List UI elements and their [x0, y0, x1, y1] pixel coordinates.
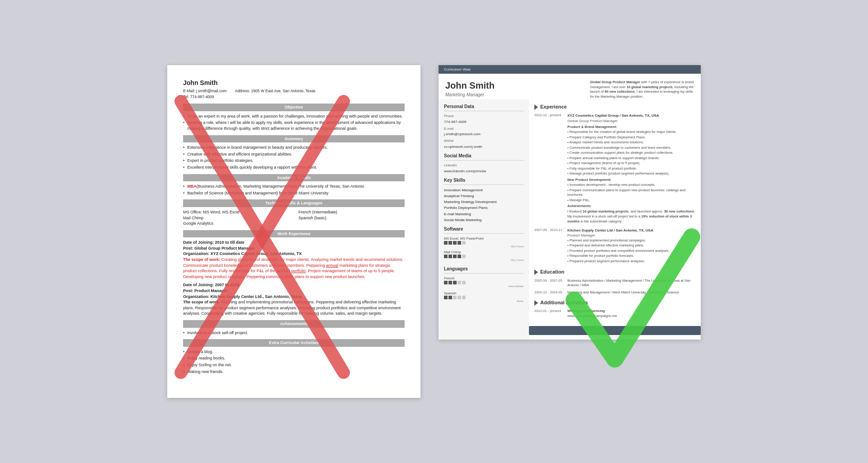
www-label: WWW — [444, 139, 524, 144]
skill-ms-office: MS Office: MS Word, MS Excel — [183, 209, 289, 215]
linkedin-label: LinkedIn — [444, 163, 524, 168]
cv-name-title: John Smith Marketing Manager — [445, 79, 495, 98]
exp-job-2: 2007-09 - 2010-11 Kitchen Supply Center … — [534, 228, 695, 264]
education-arrow-icon — [534, 269, 538, 275]
skill-google-analytics: Google Analytics — [183, 221, 289, 227]
phone-label: Phone — [444, 114, 524, 119]
phone-value: 774-987-4009 — [444, 119, 524, 124]
work-header: Work Experience — [183, 230, 405, 238]
edu-entry-2: 2000-10 - 2004-05 Marketing and Manageme… — [534, 290, 695, 295]
software-item-1: MS Excel, MS PowerPoint Very Good — [444, 236, 524, 249]
summary-header: Summary — [183, 135, 405, 143]
cv-right-col: Experience 2010-12 - present XYZ Cosmeti… — [529, 99, 701, 340]
software-bars-2 — [444, 255, 524, 258]
technical-header: Technical Skills & Languages — [183, 199, 405, 207]
personal-data-title: Personal Data — [444, 104, 524, 111]
skill-item-6: Social Media Marketing — [444, 217, 524, 222]
cv-name-area: John Smith Marketing Manager Global Grou… — [439, 74, 701, 99]
technical-col2: French (intermediate) Spanish (basic) — [298, 209, 405, 227]
resume-left: John Smith E-Mail: j.smith@mail.com Addr… — [167, 65, 420, 398]
additional-section-header: Additional Activities — [534, 299, 695, 306]
left-email-line: E-Mail: j.smith@mail.com Address: 1905 W… — [183, 89, 405, 94]
email-label: E-mail — [444, 127, 524, 132]
technical-skills: MS Office: MS Word, MS Excel Mail Chimp … — [183, 209, 405, 227]
academic-bullet-1: MBA (Business Administration, Marketing … — [183, 184, 405, 189]
skill-item-3: Marketing Strategy Development — [444, 199, 524, 204]
education-section-header: Education — [534, 269, 695, 275]
edu-entry-1: 2005-09 - 2007-05 Business Administratio… — [534, 279, 695, 288]
skill-french: French (intermediate) — [298, 209, 405, 215]
exp-job-1: 2010-12 - present XYZ Cosmetics Capital … — [534, 113, 695, 224]
languages-title: Languages — [444, 266, 524, 274]
cv-header-bar: Curriculum Vitae — [439, 65, 701, 74]
key-skills-title: Key Skills — [444, 177, 524, 185]
software-item-2: Mail Chimp Very Good — [444, 250, 524, 262]
summary-bullet-3: Expert in product portfolio strategies. — [183, 158, 405, 164]
cv-name: John Smith — [445, 79, 495, 92]
technical-col1: MS Office: MS Word, MS Excel Mail Chimp … — [183, 209, 289, 227]
job-2: Date of Joining: 2007 to 2010 Post: Prod… — [183, 282, 405, 317]
extracurricular-bullet-3: Enjoy Surfing on the net. — [183, 362, 405, 368]
achievements-header: Achievements — [183, 320, 405, 328]
main-container: John Smith E-Mail: j.smith@mail.com Addr… — [149, 47, 719, 416]
academic-header: Academic Details — [183, 174, 405, 182]
language-item-2: Spanish Basic — [444, 291, 524, 303]
extracurricular-bullet-4: Making new friends. — [183, 369, 405, 375]
experience-arrow-icon — [534, 104, 538, 110]
language-bars-1 — [444, 281, 524, 284]
job2-bullets: • Planned and implemented promotional ca… — [567, 238, 695, 264]
language-bars-2 — [444, 296, 524, 299]
skill-item-4: Portfolio Deployment Plans — [444, 205, 524, 210]
cv-job-title: Marketing Manager — [445, 92, 495, 98]
experience-section-header: Experience — [534, 104, 695, 110]
achievement-bullet-1: Involved in a stock sell-off project. — [183, 330, 405, 336]
skill-item-2: Analytical Thinking — [444, 194, 524, 198]
social-media-title: Social Media — [444, 153, 524, 161]
extracurricular-bullet-2: Enjoy reading books. — [183, 355, 405, 361]
www-value: cv.uptowork.com/j.smith — [444, 144, 524, 149]
additional-arrow-icon — [534, 300, 538, 306]
cv-body: Personal Data Phone 774-987-4009 E-mail … — [439, 99, 701, 340]
cv-intro: Global Group Product Manager with 7 year… — [590, 79, 694, 99]
skill-mail-chimp: Mail Chimp — [183, 215, 289, 221]
academic-bullet-2: Bachelor of Science (Marketing and Manag… — [183, 190, 405, 196]
extracurricular-header: Extra Curricular Activities — [183, 339, 405, 347]
software-bars-1 — [444, 241, 524, 245]
skill-item-1: Innovation Management — [444, 188, 524, 193]
resume-right: Curriculum Vitae John Smith Marketing Ma… — [439, 65, 701, 340]
email-value: j.smith@uptowork.com — [444, 132, 524, 137]
job2-scope: The scope of work: Planning and implemen… — [183, 299, 405, 317]
objective-bullet-2: Seeking a role, where I will be able to … — [183, 120, 405, 131]
summary-bullet-2: Creative with effective and efficient or… — [183, 151, 405, 157]
job1-scope: The scope of work: Creating global brand… — [183, 257, 405, 279]
bottom-bar — [529, 326, 701, 335]
left-tel-line: Tel: 774-987-4009 — [183, 94, 405, 100]
software-title: Software — [444, 226, 524, 234]
linkedin-value: www.linkedin.com/johnutw — [444, 169, 524, 174]
additional-entry-1: 2012-01 - present Writing and Influencin… — [534, 309, 695, 318]
objective-header: Objective — [183, 104, 405, 111]
left-name: John Smith — [183, 79, 405, 88]
language-item-1: French Intermediate — [444, 276, 524, 288]
summary-bullet-4: Excellent interpersonal skills quickly d… — [183, 165, 405, 170]
job-1: Date of Joining: 2010 to till date Post:… — [183, 240, 405, 279]
extracurricular-bullet-1: Writing a blog. — [183, 349, 405, 355]
skill-spanish: Spanish (basic) — [298, 215, 405, 221]
bottom-spacer — [183, 375, 405, 384]
summary-bullet-1: Extensive experience in brand management… — [183, 145, 405, 151]
cv-left-col: Personal Data Phone 774-987-4009 E-mail … — [439, 99, 529, 340]
job1-product-brand: Product & Brand Management: • Responsibl… — [567, 125, 695, 224]
objective-bullet-1: To be an expert in my area of work, with… — [183, 113, 405, 119]
skill-item-5: E-mail Marketing — [444, 212, 524, 217]
